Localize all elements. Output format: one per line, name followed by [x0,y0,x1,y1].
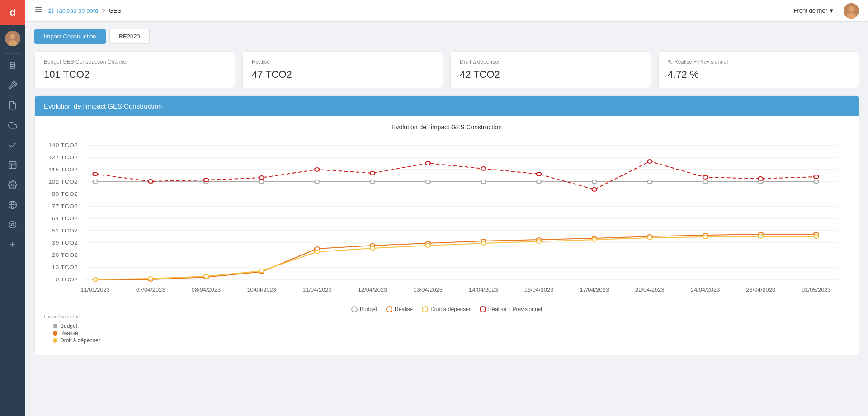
project-selector[interactable]: Front de mer ▾ [789,5,838,16]
svg-rect-22 [52,11,53,13]
svg-point-119 [814,235,818,238]
svg-text:26 TCO2: 26 TCO2 [52,252,78,258]
tools-icon[interactable] [4,76,22,95]
svg-text:115 TCO2: 115 TCO2 [48,167,78,172]
realise-line [95,234,816,279]
sidebar: d [0,0,25,416]
svg-text:17/04/2023: 17/04/2023 [580,288,609,292]
bottom-legend-budget: Budget: [53,323,840,329]
bl-dot-droit [53,338,57,343]
svg-point-82 [315,168,319,171]
chart-title: Evolution de l'impact GES Construction [44,123,849,131]
settings-icon[interactable] [4,176,22,194]
kpi-value-realise-prev: 4,72 % [668,69,849,80]
breadcrumb-separator: > [102,7,105,14]
svg-point-118 [759,235,763,238]
document-icon[interactable] [4,96,22,114]
breadcrumb-dashboard-label: Tableau de bord [56,7,98,14]
svg-point-86 [537,172,541,176]
svg-point-112 [426,244,430,247]
legend-realise-label: Réalisé [395,306,413,312]
check-icon[interactable] [4,136,22,154]
topbar-right: Front de mer ▾ [789,3,859,19]
svg-point-113 [481,241,486,245]
svg-point-107 [148,277,153,280]
svg-text:08/04/2023: 08/04/2023 [192,288,221,292]
svg-point-74 [647,180,652,184]
kpi-label-realise: Réalisé [252,59,434,65]
svg-point-70 [426,180,430,184]
tab-re2020[interactable]: RE2020 [109,29,150,44]
svg-point-68 [315,180,319,184]
sidebar-divider [5,53,21,54]
svg-point-78 [93,172,97,176]
user-avatar[interactable] [844,3,859,19]
main-content: Tableau de bord > GES Front de mer ▾ Imp… [25,0,868,416]
kpi-value-realise: 47 TCO2 [252,69,434,80]
plus-icon[interactable] [4,236,22,254]
svg-point-77 [814,180,818,184]
svg-point-106 [93,278,97,281]
project-name: Front de mer [794,7,827,14]
bottom-legend-realise: Réalisé: [53,330,840,336]
kpi-row: Budget GES Construction Chantier 101 TCO… [34,51,859,88]
svg-text:13/04/2023: 13/04/2023 [413,288,443,292]
svg-text:01/05/2023: 01/05/2023 [802,288,831,292]
layout-icon[interactable] [4,156,22,174]
chart-container: 140 TCO2 127 TCO2 115 TCO2 102 TCO2 89 T… [44,138,849,303]
svg-text:77 TCO2: 77 TCO2 [52,203,78,209]
bl-label-realise: Réalisé: [60,330,80,336]
realise-previsionnel-line [95,161,816,189]
kpi-card-realise: Réalisé 47 TCO2 [242,51,443,88]
bottom-legend: Budget: Réalisé: Droit à dépenser: [44,319,849,350]
svg-point-88 [647,160,652,163]
breadcrumb-current: GES [109,7,121,14]
app-logo[interactable]: d [0,0,25,25]
circle-icon[interactable] [4,216,22,234]
sidebar-avatar[interactable] [5,31,20,46]
kpi-label-droit: Droit à dépenser [460,59,642,65]
svg-text:51 TCO2: 51 TCO2 [52,228,78,233]
svg-point-110 [315,250,319,254]
svg-point-114 [537,240,541,243]
fusion-watermark: FusionCharts Trial [44,314,849,319]
svg-text:26/04/2023: 26/04/2023 [746,288,775,292]
svg-text:89 TCO2: 89 TCO2 [52,191,78,197]
legend-droit: Droit à dépenser [422,306,471,312]
svg-text:22/04/2023: 22/04/2023 [635,288,665,292]
print-icon[interactable] [4,57,22,75]
svg-text:13 TCO2: 13 TCO2 [52,265,78,270]
svg-point-116 [647,236,652,240]
kpi-card-budget: Budget GES Construction Chantier 101 TCO… [34,51,235,88]
globe-icon[interactable] [4,196,22,214]
kpi-card-droit: Droit à dépenser 42 TCO2 [450,51,651,88]
svg-text:10/04/2023: 10/04/2023 [247,288,276,292]
legend-realise-prev-dot [480,306,486,312]
svg-text:39 TCO2: 39 TCO2 [52,240,78,246]
svg-rect-21 [49,11,51,13]
svg-point-24 [849,6,854,12]
chart-svg: 140 TCO2 127 TCO2 115 TCO2 102 TCO2 89 T… [44,138,849,301]
menu-icon[interactable] [34,5,42,16]
svg-rect-4 [11,66,14,68]
svg-point-83 [370,171,375,175]
svg-point-12 [9,222,16,228]
svg-point-109 [259,269,264,273]
bl-dot-budget [53,324,57,328]
chart-section: Evolution de l'impact GES Construction E… [34,95,859,355]
breadcrumb-dashboard-link[interactable]: Tableau de bord [48,7,98,14]
svg-text:14/04/2023: 14/04/2023 [469,288,498,292]
svg-point-73 [592,180,597,184]
svg-point-1 [10,34,15,39]
svg-text:11/01/2023: 11/01/2023 [80,288,110,292]
cloud-icon[interactable] [4,116,22,134]
svg-point-67 [259,180,264,184]
svg-rect-6 [9,162,16,169]
svg-point-81 [259,176,264,180]
legend-realise-prev-label: Réalisé + Prévisionnel [488,306,542,312]
svg-text:12/04/2023: 12/04/2023 [358,288,387,292]
tab-impact-construction[interactable]: Impact Construction [34,29,106,44]
topbar: Tableau de bord > GES Front de mer ▾ [25,0,868,22]
svg-point-115 [592,238,597,241]
project-chevron: ▾ [830,7,833,14]
